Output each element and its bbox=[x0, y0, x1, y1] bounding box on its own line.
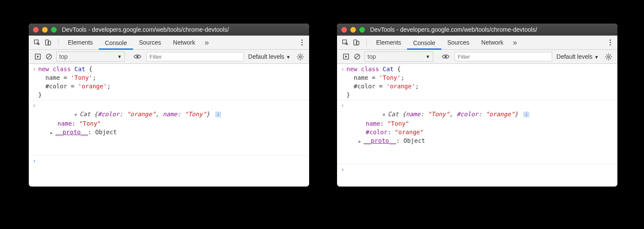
svg-point-20 bbox=[445, 56, 447, 58]
gear-icon[interactable] bbox=[295, 53, 306, 60]
clear-console-icon[interactable] bbox=[352, 51, 363, 62]
chevron-down-icon: ▼ bbox=[425, 54, 430, 59]
tab-console[interactable]: Console bbox=[407, 36, 441, 50]
console-toolbar: top ▼ Default levels▼ bbox=[337, 50, 617, 64]
tabs-bar: ElementsConsoleSourcesNetwork » bbox=[337, 36, 617, 50]
kebab-menu-icon[interactable] bbox=[607, 39, 614, 46]
object-child-proto[interactable]: ▶__proto__: Object bbox=[346, 136, 616, 146]
info-badge-icon[interactable]: i bbox=[215, 111, 221, 118]
traffic-lights bbox=[33, 27, 57, 33]
tab-elements[interactable]: Elements bbox=[370, 36, 407, 49]
overflow-icon[interactable]: » bbox=[513, 38, 517, 47]
filter-input[interactable] bbox=[455, 52, 552, 61]
object-child-prop[interactable]: name: "Tony" bbox=[346, 119, 616, 128]
console-output-row[interactable]: ‹ ▼Cat {name: "Tony", #color: "orange"} … bbox=[337, 100, 617, 164]
object-child-prop[interactable]: #color: "orange" bbox=[346, 128, 616, 136]
tab-sources[interactable]: Sources bbox=[441, 36, 475, 49]
console-output-row[interactable]: ‹ ▼Cat {#color: "orange", name: "Tony"} … bbox=[29, 100, 309, 156]
minimize-icon[interactable] bbox=[42, 27, 48, 33]
traffic-lights bbox=[341, 27, 365, 33]
clear-console-icon[interactable] bbox=[43, 51, 55, 62]
prompt-marker-icon: › bbox=[339, 165, 346, 174]
output-marker-icon: ‹ bbox=[30, 101, 38, 154]
console-content: › new class Cat { name = 'Tony'; #color … bbox=[337, 64, 617, 187]
console-prompt-row[interactable]: › bbox=[337, 164, 617, 175]
expand-arrow-icon[interactable]: ▶ bbox=[358, 137, 364, 146]
device-toolbar-icon[interactable] bbox=[43, 38, 53, 47]
close-icon[interactable] bbox=[33, 27, 39, 33]
expand-arrow-down-icon[interactable]: ▼ bbox=[74, 111, 79, 119]
output-marker-icon: ‹ bbox=[339, 101, 346, 163]
svg-point-9 bbox=[137, 56, 139, 58]
tab-elements[interactable]: Elements bbox=[62, 36, 99, 49]
context-value: top bbox=[59, 53, 67, 60]
console-input-row[interactable]: › new class Cat { name = 'Tony'; #color … bbox=[29, 64, 309, 100]
maximize-icon[interactable] bbox=[359, 27, 365, 33]
svg-point-21 bbox=[608, 56, 609, 57]
context-select[interactable]: top ▼ bbox=[56, 51, 125, 62]
console-toolbar: top ▼ Default levels▼ bbox=[29, 50, 309, 64]
svg-point-4 bbox=[301, 42, 303, 43]
overflow-icon[interactable]: » bbox=[204, 38, 209, 47]
chevron-down-icon: ▼ bbox=[594, 54, 599, 60]
log-levels-select[interactable]: Default levels▼ bbox=[556, 53, 599, 60]
live-expressions-icon[interactable] bbox=[440, 51, 451, 62]
chevron-down-icon: ▼ bbox=[117, 54, 122, 59]
console-input-code[interactable]: new class Cat { name = 'Tony'; #color = … bbox=[346, 65, 616, 99]
context-select[interactable]: top ▼ bbox=[365, 51, 433, 62]
tabs-bar: ElementsConsoleSourcesNetwork » bbox=[29, 36, 309, 50]
console-prompt[interactable] bbox=[38, 157, 307, 165]
tab-network[interactable]: Network bbox=[167, 36, 201, 49]
expand-arrow-icon[interactable]: ▶ bbox=[50, 129, 55, 137]
close-icon[interactable] bbox=[341, 27, 347, 33]
devtools-window-left: DevTools - developers.google.com/web/too… bbox=[29, 24, 309, 187]
window-title: DevTools - developers.google.com/web/too… bbox=[62, 26, 229, 33]
minimize-icon[interactable] bbox=[350, 27, 356, 33]
play-box-icon[interactable] bbox=[32, 51, 43, 62]
svg-point-14 bbox=[610, 39, 611, 41]
console-input-row[interactable]: › new class Cat { name = 'Tony'; #color … bbox=[337, 64, 617, 100]
titlebar[interactable]: DevTools - developers.google.com/web/too… bbox=[29, 24, 309, 36]
console-output[interactable]: ▼Cat {#color: "orange", name: "Tony"} i … bbox=[38, 101, 307, 154]
expand-arrow-down-icon[interactable]: ▼ bbox=[383, 111, 388, 119]
svg-point-16 bbox=[610, 44, 611, 45]
svg-point-10 bbox=[299, 56, 301, 57]
play-box-icon[interactable] bbox=[340, 51, 352, 62]
svg-point-5 bbox=[301, 44, 303, 45]
console-prompt-row[interactable]: › bbox=[29, 156, 309, 166]
input-marker-icon: › bbox=[30, 65, 38, 99]
tab-network[interactable]: Network bbox=[475, 36, 509, 49]
inspect-icon[interactable] bbox=[32, 38, 42, 47]
window-title: DevTools - developers.google.com/web/too… bbox=[370, 26, 537, 33]
console-output[interactable]: ▼Cat {name: "Tony", #color: "orange"} i … bbox=[346, 101, 616, 163]
console-prompt[interactable] bbox=[346, 165, 616, 174]
tab-console[interactable]: Console bbox=[99, 36, 133, 50]
levels-label: Default levels bbox=[556, 53, 592, 60]
gear-icon[interactable] bbox=[603, 53, 614, 60]
input-marker-icon: › bbox=[339, 65, 346, 99]
log-levels-select[interactable]: Default levels▼ bbox=[248, 53, 291, 60]
inspect-icon[interactable] bbox=[340, 38, 350, 47]
svg-point-3 bbox=[301, 39, 303, 41]
svg-line-19 bbox=[355, 55, 359, 58]
levels-label: Default levels bbox=[248, 53, 284, 60]
object-child-prop[interactable]: name: "Tony" bbox=[38, 119, 307, 128]
titlebar[interactable]: DevTools - developers.google.com/web/too… bbox=[337, 24, 617, 36]
svg-point-15 bbox=[610, 42, 611, 43]
object-child-proto[interactable]: ▶__proto__: Object bbox=[38, 128, 307, 137]
device-toolbar-icon[interactable] bbox=[352, 38, 361, 47]
kebab-menu-icon[interactable] bbox=[298, 39, 306, 46]
console-input-code[interactable]: new class Cat { name = 'Tony'; #color = … bbox=[38, 65, 307, 99]
console-content: › new class Cat { name = 'Tony'; #color … bbox=[29, 64, 309, 187]
maximize-icon[interactable] bbox=[51, 27, 57, 33]
devtools-window-right: DevTools - developers.google.com/web/too… bbox=[337, 24, 617, 187]
chevron-down-icon: ▼ bbox=[286, 54, 291, 60]
prompt-marker-icon: › bbox=[30, 157, 38, 165]
svg-line-8 bbox=[47, 55, 51, 58]
separator bbox=[58, 39, 58, 46]
filter-input[interactable] bbox=[146, 52, 244, 61]
info-badge-icon[interactable]: i bbox=[523, 111, 529, 118]
live-expressions-icon[interactable] bbox=[132, 51, 143, 62]
tab-sources[interactable]: Sources bbox=[133, 36, 167, 49]
context-value: top bbox=[368, 53, 376, 60]
